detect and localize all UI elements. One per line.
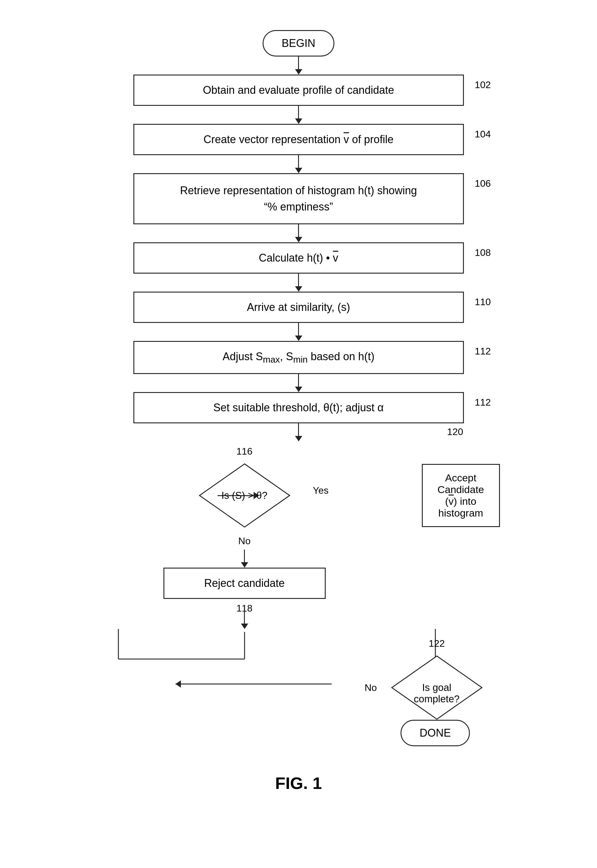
- label-104: 104: [475, 129, 491, 140]
- step-110-box: Arrive at similarity, (s): [134, 292, 464, 323]
- label-110: 110: [475, 296, 491, 308]
- step-102-box: Obtain and evaluate profile of candidate: [134, 74, 464, 106]
- step-106-wrapper: Retrieve representation of histogram h(t…: [134, 173, 464, 224]
- step-106-line1: Retrieve representation of histogram h(t…: [146, 183, 451, 199]
- step-104-part2: of profile: [349, 133, 394, 146]
- step-118-box: Reject candidate: [163, 568, 326, 599]
- step-120-line1: Accept: [432, 472, 490, 484]
- step-120-line2: Candidate: [432, 484, 490, 496]
- step-110-label: Arrive at similarity, (s): [247, 301, 350, 313]
- arrow-106-108: [295, 224, 302, 242]
- step-112b-wrapper: Set suitable threshold, θ(t); adjust α 1…: [134, 392, 464, 423]
- step-106-line2: “% emptiness”: [146, 199, 451, 215]
- diamond-116-row: 116 Is (S) > θ? Yes No Accept Candidate: [88, 441, 509, 549]
- arrow-116-118-container: [241, 549, 248, 568]
- step-120-box: Accept Candidate (v) into histogram: [422, 464, 500, 527]
- label-122: 122: [429, 638, 445, 649]
- label-116: 116: [236, 446, 252, 457]
- step-118-wrapper: Reject candidate 118: [163, 568, 326, 599]
- label-120: 120: [447, 426, 463, 438]
- label-112a: 112: [475, 346, 491, 357]
- yes-label: Yes: [313, 485, 328, 496]
- step-112a-text: Adjust Smax, Smin based on h(t): [223, 350, 374, 363]
- arrow-118-down: [241, 605, 248, 629]
- begin-node: BEGIN: [263, 30, 334, 57]
- done-label-box: DONE: [401, 720, 469, 746]
- arrow-122-no: [332, 682, 392, 685]
- step-110-wrapper: Arrive at similarity, (s) 110: [134, 292, 464, 323]
- diamond-122-container: 122 Is goalcomplete? No Yes: [389, 653, 485, 722]
- arrow-102-104: [295, 106, 302, 124]
- step-108-v: v: [333, 252, 338, 264]
- diamond-116-container: 116 Is (S) > θ? Yes No: [196, 461, 293, 530]
- arrow-116-118: [241, 549, 248, 568]
- step-108-text: Calculate h(t) •: [259, 252, 333, 264]
- arrow-112a-112b: [295, 374, 302, 392]
- arrow-118-down-container: [241, 605, 248, 629]
- arrow-108-110: [295, 274, 302, 292]
- step-108-wrapper: Calculate h(t) • v 108: [134, 242, 464, 274]
- bottom-section: 122 Is goalcomplete? No Yes: [88, 629, 509, 749]
- done-label: DONE: [419, 727, 451, 739]
- step-104-wrapper: Create vector representation v of profil…: [134, 124, 464, 155]
- label-106: 106: [475, 178, 491, 189]
- step-102-wrapper: Obtain and evaluate profile of candidate…: [134, 74, 464, 106]
- step-108-box: Calculate h(t) • v: [134, 242, 464, 274]
- step-106-box: Retrieve representation of histogram h(t…: [134, 173, 464, 224]
- step-112b-label: Set suitable threshold, θ(t); adjust α: [213, 401, 384, 414]
- diamond-122-label: Is goalcomplete?: [414, 670, 459, 705]
- figure-label: FIG. 1: [275, 773, 322, 793]
- label-102: 102: [475, 79, 491, 91]
- step-120-line4: histogram: [432, 507, 490, 519]
- arrow-112b-116: [295, 423, 302, 441]
- step-104-part1: Create vector representation: [203, 133, 343, 146]
- begin-label: BEGIN: [282, 37, 315, 49]
- flowchart-diagram: BEGIN Obtain and evaluate profile of can…: [88, 12, 509, 793]
- arrow-110-112a: [295, 323, 302, 341]
- no-label-116: No: [238, 536, 251, 546]
- step-118-label: Reject candidate: [204, 577, 285, 589]
- step-118-row: Reject candidate 118: [134, 568, 464, 599]
- label-112b: 112: [475, 397, 491, 408]
- done-node: DONE: [401, 720, 469, 746]
- step-120-line3: (v) into: [432, 496, 490, 507]
- arrow-104-106: [295, 155, 302, 173]
- step-104-box: Create vector representation v of profil…: [134, 124, 464, 155]
- diamond-116-label: Is (S) > θ?: [221, 490, 267, 501]
- step-104-v: v: [344, 133, 349, 146]
- label-108: 108: [475, 247, 491, 258]
- step-112a-wrapper: Adjust Smax, Smin based on h(t) 112: [134, 341, 464, 374]
- step-112a-box: Adjust Smax, Smin based on h(t): [134, 341, 464, 374]
- step-112b-box: Set suitable threshold, θ(t); adjust α: [134, 392, 464, 423]
- step-102-label: Obtain and evaluate profile of candidate: [203, 84, 394, 96]
- arrow-begin-102: [295, 57, 302, 74]
